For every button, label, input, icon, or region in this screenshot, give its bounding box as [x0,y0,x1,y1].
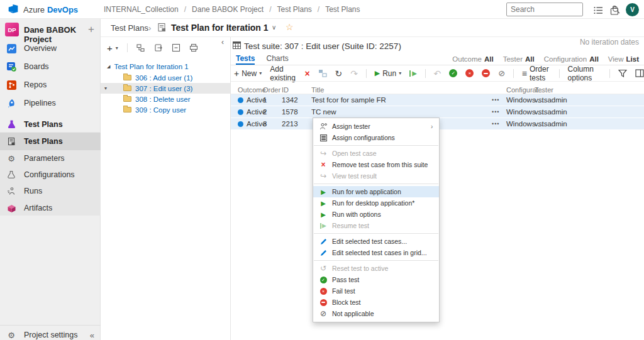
menu-item-assign-tester[interactable]: Assign tester › [313,121,439,132]
user-avatar[interactable]: V [626,3,639,16]
column-header-configuration[interactable]: Configurat... [506,86,535,94]
sidebar-item-artifacts[interactable]: Artifacts [0,199,101,217]
refresh-icon[interactable]: ↻ [335,69,343,79]
filter-view[interactable]: ViewList [608,55,639,63]
new-suite-button[interactable]: + [107,43,113,53]
sidebar-item-configurations[interactable]: Configurations [0,166,101,184]
tab-charts[interactable]: Charts [266,54,288,65]
assign-configurations-icon [318,134,328,141]
menu-item-edit-test-cases-grid[interactable]: Edit selected test cases in grid... [313,247,439,258]
panel-divider[interactable] [230,37,231,340]
hierarchy-icon[interactable] [136,43,145,52]
pipelines-icon [6,98,16,108]
tree-toolbar: + ▾ [107,41,198,54]
project-logo[interactable]: DP [5,23,19,36]
filter-funnel-icon[interactable] [618,69,627,77]
column-header-tester[interactable]: Tester [535,86,644,94]
details-pane-icon[interactable] [635,69,644,77]
new-test-case-button[interactable]: + New ▾ [234,69,262,78]
menu-item-run-with-options[interactable]: ▶ Run with options [313,209,439,220]
filter-configuration[interactable]: ConfigurationAll [544,55,599,63]
edit-pencil-icon [318,238,328,245]
plan-chevron-down-icon[interactable]: ∨ [272,24,276,31]
test-case-row-1578[interactable]: Active 2 1578 TC new ••• Windows ... vst… [231,106,644,118]
point-assignments-icon[interactable] [318,69,327,77]
export-suite-icon[interactable] [154,43,163,52]
favorite-star-icon[interactable]: ☆ [286,22,294,32]
add-existing-button[interactable]: Add existing [270,65,296,82]
menu-item-block-test[interactable]: Block test [313,297,439,308]
sidebar-item-test-plans-sub[interactable]: Test Plans [0,133,101,150]
tree-root-node[interactable]: ◢ Test Plan for Iteration 1 [107,62,189,72]
breadcrumb-testplans[interactable]: Test Plans [277,5,311,14]
remove-icon[interactable]: × [304,69,309,79]
block-test-icon[interactable] [482,69,490,77]
menu-separator [314,233,438,234]
project-settings-button[interactable]: ⚙ Project settings « [0,327,101,340]
sidebar-item-pipelines[interactable]: Pipelines [0,94,101,112]
fail-test-icon[interactable]: × [465,69,474,77]
plan-breadcrumb-root[interactable]: Test Plans [111,23,148,33]
test-case-context-menu: Assign tester › Assign configurations ↪ … [313,118,440,322]
menu-item-fail-test[interactable]: × Fail test [313,285,439,297]
tree-node-309[interactable]: 309 : Copy user [101,104,230,115]
column-header-id[interactable]: ID [282,86,311,94]
tree-node-306[interactable]: 306 : Add user (1) [101,72,230,83]
order-tests-button[interactable]: ≡ Order tests [522,65,551,82]
add-project-icon[interactable]: + [88,23,94,36]
row-more-actions-icon[interactable]: ••• [492,97,506,103]
sidebar-item-parameters[interactable]: ⚙ Parameters [0,150,101,167]
menu-item-assign-configurations[interactable]: Assign configurations [313,132,439,143]
column-header-outcome[interactable]: Outcome [238,86,263,94]
tab-tests[interactable]: Tests [236,54,255,65]
configurations-flask-icon [6,170,16,180]
collapse-tree-panel-icon[interactable]: ‹ [221,38,224,47]
azure-devops-app: Azure DevOps INTERNAL_Collection / Dane … [0,0,644,340]
sidebar-collapse-icon[interactable]: « [90,331,94,340]
sidebar-item-repos[interactable]: Repos [0,76,101,94]
filter-outcome[interactable]: OutcomeAll [452,55,493,63]
node-context-caret-icon[interactable]: ▾ [104,85,107,91]
print-icon[interactable] [189,43,198,52]
caret-down-icon: ▾ [399,70,401,76]
tree-node-307-selected[interactable]: ▾ 307 : Edit user (3) [101,83,230,94]
sidebar-item-test-plans[interactable]: Test Plans [0,116,101,133]
run-button[interactable]: ▶ Run ▾ [375,69,402,78]
column-options-button[interactable]: Column options [568,65,602,82]
remove-test-case-icon: × [318,160,328,169]
menu-item-run-desktop-application[interactable]: ▶ Run for desktop application* [313,197,439,209]
sidebar-item-boards[interactable]: Boards [0,58,101,75]
block-test-icon [318,299,328,306]
new-suite-caret-icon[interactable]: ▾ [116,45,118,51]
menu-item-run-web-application[interactable]: ▶ Run for web application [313,186,439,197]
menu-item-pass-test[interactable]: ✓ Pass test [313,274,439,285]
outcome-active-dot [238,109,243,115]
not-applicable-icon[interactable]: ⊘ [498,69,505,77]
work-items-list-icon[interactable] [592,4,604,16]
marketplace-bag-icon[interactable] [609,4,620,16]
breadcrumb-collection[interactable]: INTERNAL_Collection [104,5,179,14]
menu-item-not-applicable[interactable]: ⊘ Not applicable [313,308,439,319]
azure-devops-home-link[interactable]: Azure DevOps [8,0,78,19]
row-more-actions-icon[interactable]: ••• [492,109,506,115]
breadcrumb-testplans-page[interactable]: Test Plans [325,5,360,14]
breadcrumb-separator: / [318,5,319,14]
column-header-order[interactable]: Order [263,86,282,94]
gear-icon: ⚙ [6,331,16,339]
sidebar-item-runs[interactable]: Runs [0,182,101,200]
resume-test-icon[interactable]: ▶ [409,70,417,77]
menu-item-remove-test-case[interactable]: × Remove test case from this suite [313,159,439,170]
filter-tester[interactable]: TesterAll [503,55,535,63]
tree-node-308[interactable]: 308 : Delete user [101,94,230,104]
breadcrumb-project[interactable]: Dane BABOK Project [192,5,264,14]
project-header: DP Dane BABOK Project + [0,23,101,39]
menu-item-edit-test-cases[interactable]: Edit selected test cases... [313,236,439,247]
pass-test-icon[interactable]: ✓ [449,69,457,77]
sidebar-item-overview[interactable]: Overview [0,40,101,57]
row-more-actions-icon[interactable]: ••• [492,121,506,127]
tree-expander-icon[interactable]: ◢ [107,64,110,69]
test-case-row-1342[interactable]: Active 1 1342 Test fcor for sample FR ••… [231,94,644,106]
plan-name[interactable]: Test Plan for Iteration 1 [171,23,269,33]
collapse-all-icon[interactable] [172,43,180,52]
column-header-title[interactable]: Title [311,86,492,94]
